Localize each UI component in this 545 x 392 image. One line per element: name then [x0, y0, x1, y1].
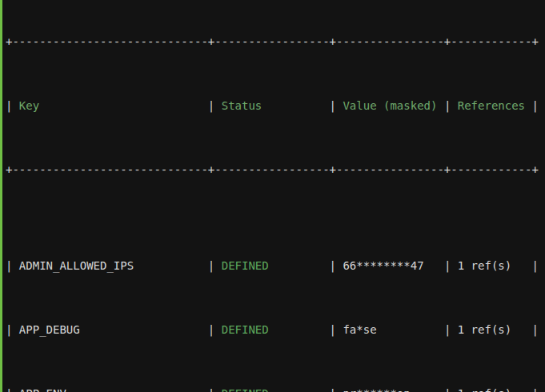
table-body: |ADMIN_ALLOWED_IPS|DEFINED|66********47|…: [6, 226, 545, 392]
column-divider: |: [330, 386, 336, 392]
env-key: APP_DEBUG: [12, 322, 207, 338]
column-divider: |: [531, 386, 538, 392]
terminal-output[interactable]: +-----------------------------+---------…: [0, 0, 545, 392]
terminal-screen: { "terminal": { "colors": { "bg": "#1313…: [0, 0, 545, 392]
table-header-row: |Key|Status|Value (masked)|References|: [6, 98, 545, 114]
table-row: |APP_DEBUG|DEFINED|fa*se|1 ref(s)|: [6, 322, 545, 338]
column-divider: |: [208, 258, 214, 274]
column-divider: |: [444, 98, 451, 114]
table-border-header-separator: +-----------------------------+---------…: [6, 162, 545, 178]
env-value-masked: 66********47: [336, 258, 444, 274]
column-divider: |: [208, 322, 214, 338]
column-header-key: Key: [12, 98, 207, 114]
column-divider: |: [531, 258, 538, 274]
env-value-masked: pr******on: [336, 386, 444, 392]
table-row: |APP_ENV|DEFINED|pr******on|1 ref(s)|: [6, 386, 545, 392]
env-status-badge: DEFINED: [214, 386, 329, 392]
env-key: APP_ENV: [12, 386, 207, 392]
column-divider: |: [444, 258, 451, 274]
table-border-top: +-----------------------------+---------…: [6, 34, 545, 50]
column-divider: |: [330, 258, 336, 274]
env-key: ADMIN_ALLOWED_IPS: [12, 258, 207, 274]
column-divider: |: [330, 98, 336, 114]
column-divider: |: [208, 386, 214, 392]
column-divider: |: [444, 322, 451, 338]
env-status-badge: DEFINED: [214, 258, 329, 274]
column-divider: |: [6, 386, 12, 392]
env-value-masked: fa*se: [336, 322, 444, 338]
column-divider: |: [531, 322, 538, 338]
column-divider: |: [208, 98, 214, 114]
column-divider: |: [6, 98, 12, 114]
column-header-references: References: [451, 98, 531, 114]
column-divider: |: [6, 322, 12, 338]
column-divider: |: [531, 98, 538, 114]
column-divider: |: [444, 386, 451, 392]
env-reference-count: 1 ref(s): [451, 322, 531, 338]
env-reference-count: 1 ref(s): [451, 386, 531, 392]
column-divider: |: [6, 258, 12, 274]
column-divider: |: [330, 322, 336, 338]
column-header-value-masked: Value (masked): [336, 98, 444, 114]
env-status-badge: DEFINED: [214, 322, 329, 338]
table-row: |ADMIN_ALLOWED_IPS|DEFINED|66********47|…: [6, 258, 545, 274]
column-header-status: Status: [214, 98, 329, 114]
env-reference-count: 1 ref(s): [451, 258, 531, 274]
